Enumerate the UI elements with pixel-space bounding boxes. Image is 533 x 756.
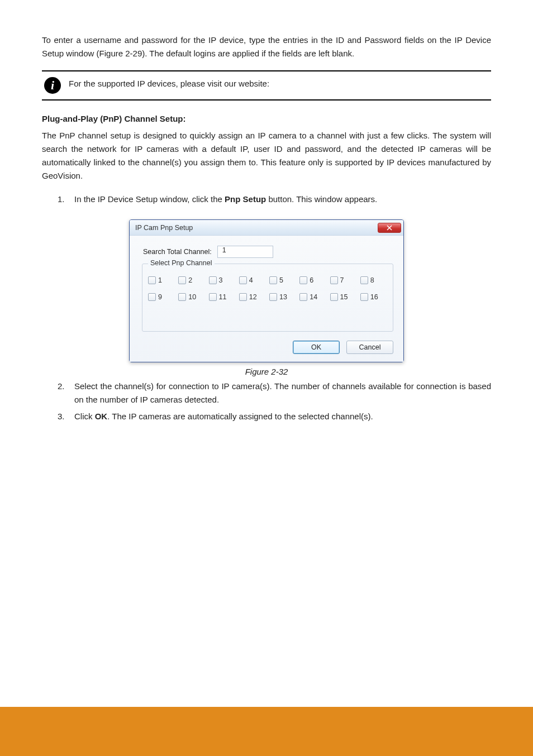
checkbox-icon[interactable]	[178, 276, 186, 284]
heading-pnp: Plug-and-Play (PnP) Channel Setup:	[42, 114, 491, 123]
close-button[interactable]	[378, 223, 401, 233]
step-number: 3.	[58, 410, 74, 423]
close-icon	[387, 225, 392, 231]
footer-bar	[0, 707, 533, 756]
step-3: 3. Click OK. The IP cameras are automati…	[42, 410, 491, 423]
info-callout: i For the supported IP devices, please v…	[42, 70, 491, 101]
checkbox-icon[interactable]	[209, 293, 217, 301]
checkbox-icon[interactable]	[239, 276, 247, 284]
channel-1[interactable]: 1	[148, 276, 175, 284]
step-3-bold: OK	[95, 412, 108, 421]
channel-13[interactable]: 13	[269, 293, 296, 301]
checkbox-icon[interactable]	[178, 293, 186, 301]
group-legend: Select Pnp Channel	[148, 259, 215, 267]
ok-button[interactable]: OK	[293, 341, 340, 354]
step-3-post: . The IP cameras are automatically assig…	[107, 412, 373, 421]
step-2-body: Select the channel(s) for connection to …	[74, 380, 491, 406]
channel-9[interactable]: 9	[148, 293, 175, 301]
channel-14[interactable]: 14	[299, 293, 326, 301]
step-1-post: button. This window appears.	[266, 194, 377, 204]
dialog-titlebar: IP Cam Pnp Setup	[130, 220, 403, 236]
checkbox-icon[interactable]	[330, 293, 338, 301]
channel-10[interactable]: 10	[178, 293, 205, 301]
paragraph-pnp-desc: The PnP channel setup is designed to qui…	[42, 129, 491, 183]
checkbox-icon[interactable]	[209, 276, 217, 284]
channel-8[interactable]: 8	[360, 276, 387, 284]
checkbox-icon[interactable]	[148, 293, 156, 301]
step-2: 2. Select the channel(s) for connection …	[42, 380, 491, 406]
channel-12[interactable]: 12	[239, 293, 266, 301]
channel-5[interactable]: 5	[269, 276, 296, 284]
info-text: For the supported IP devices, please vis…	[69, 77, 491, 90]
channel-4[interactable]: 4	[239, 276, 266, 284]
step-3-pre: Click	[74, 412, 95, 421]
channel-2[interactable]: 2	[178, 276, 205, 284]
channel-15[interactable]: 15	[330, 293, 357, 301]
step-1-pre: In the IP Device Setup window, click the	[74, 194, 225, 204]
checkbox-icon[interactable]	[269, 293, 277, 301]
channel-3[interactable]: 3	[209, 276, 236, 284]
step-1-bold: Pnp Setup	[225, 194, 266, 204]
checkbox-icon[interactable]	[299, 293, 307, 301]
search-total-channel-label: Search Total Channel:	[143, 248, 212, 256]
step-number: 2.	[58, 380, 74, 406]
channel-11[interactable]: 11	[209, 293, 236, 301]
search-total-channel-input[interactable]: 1	[217, 246, 273, 258]
checkbox-icon[interactable]	[360, 293, 368, 301]
channel-16[interactable]: 16	[360, 293, 387, 301]
figure-caption: Figure 2-32	[42, 367, 491, 376]
cancel-button[interactable]: Cancel	[346, 341, 393, 354]
step-1: 1. In the IP Device Setup window, click …	[42, 193, 491, 206]
checkbox-icon[interactable]	[360, 276, 368, 284]
checkbox-icon[interactable]	[148, 276, 156, 284]
paragraph-login-info: To enter a username and password for the…	[42, 34, 491, 60]
step-number: 1.	[58, 193, 74, 206]
select-pnp-channel-group: Select Pnp Channel 1 2 3 4 5 6 7 8 9 10 …	[142, 264, 393, 332]
pnp-setup-dialog: IP Cam Pnp Setup Search Total Channel: 1…	[129, 219, 404, 362]
checkbox-icon[interactable]	[239, 293, 247, 301]
dialog-title: IP Cam Pnp Setup	[135, 224, 193, 232]
checkbox-icon[interactable]	[330, 276, 338, 284]
channel-7[interactable]: 7	[330, 276, 357, 284]
channel-6[interactable]: 6	[299, 276, 326, 284]
checkbox-icon[interactable]	[269, 276, 277, 284]
info-icon: i	[44, 77, 61, 94]
checkbox-icon[interactable]	[299, 276, 307, 284]
